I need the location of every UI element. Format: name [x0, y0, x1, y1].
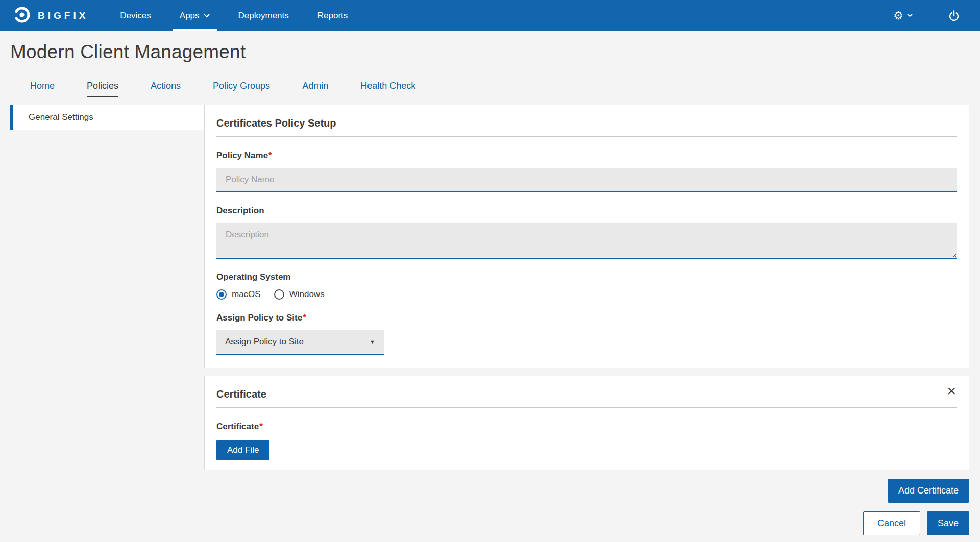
tab-home[interactable]: Home	[30, 81, 55, 97]
policy-name-label: Policy Name*	[216, 151, 957, 161]
certificate-field-label: Certificate*	[216, 422, 957, 432]
certificate-card: Certificate × Certificate* Add File	[204, 376, 969, 470]
description-textarea[interactable]	[216, 223, 957, 259]
policy-setup-card: Certificates Policy Setup Policy Name* D…	[204, 105, 969, 368]
nav-item-label: Apps	[180, 11, 200, 21]
assign-site-selected-value: Assign Policy to Site	[225, 337, 304, 347]
assign-site-select[interactable]: Assign Policy to Site ▼	[216, 330, 384, 355]
main-panel: Certificates Policy Setup Policy Name* D…	[204, 105, 969, 535]
power-icon	[948, 10, 960, 21]
description-label: Description	[216, 206, 957, 216]
policy-name-input[interactable]	[216, 168, 957, 192]
nav-item-apps[interactable]: Apps	[165, 0, 224, 31]
nav-item-devices[interactable]: Devices	[106, 0, 165, 31]
radio-macos[interactable]: macOS	[216, 289, 261, 300]
section-tabs: Home Policies Actions Policy Groups Admi…	[30, 81, 980, 97]
navbar-right: ⚙	[893, 10, 966, 21]
bigfix-logo[interactable]: BIGFIX	[13, 6, 88, 26]
radio-label: macOS	[232, 289, 261, 300]
nav-item-label: Deployments	[238, 11, 289, 21]
save-button[interactable]: Save	[927, 511, 969, 535]
close-icon[interactable]: ×	[946, 385, 957, 397]
bigfix-logo-icon	[13, 6, 31, 26]
operating-system-label: Operating System	[216, 272, 957, 282]
main-nav: Devices Apps Deployments Reports	[106, 0, 362, 31]
brand-name: BIGFIX	[38, 10, 88, 21]
settings-menu-button[interactable]: ⚙	[893, 10, 913, 21]
divider	[216, 407, 957, 408]
required-asterisk: *	[268, 151, 272, 160]
divider	[216, 136, 957, 137]
chevron-down-icon	[204, 14, 210, 18]
chevron-down-icon	[907, 14, 913, 17]
add-certificate-button[interactable]: Add Certificate	[888, 479, 969, 503]
radio-circle-icon	[274, 289, 284, 300]
caret-down-icon: ▼	[370, 339, 375, 345]
radio-circle-icon	[216, 289, 227, 300]
top-navbar: BIGFIX Devices Apps Deployments Reports …	[0, 0, 980, 31]
tab-actions[interactable]: Actions	[151, 81, 181, 97]
page-title: Modern Client Management	[10, 41, 980, 63]
policy-setup-heading: Certificates Policy Setup	[216, 114, 957, 136]
logout-button[interactable]	[948, 10, 960, 21]
nav-item-reports[interactable]: Reports	[303, 0, 362, 31]
tab-health-check[interactable]: Health Check	[360, 81, 415, 97]
radio-windows[interactable]: Windows	[274, 289, 325, 300]
required-asterisk: *	[303, 313, 306, 323]
certificate-heading: Certificate	[216, 385, 266, 407]
tab-admin[interactable]: Admin	[302, 81, 328, 97]
radio-label: Windows	[289, 289, 325, 300]
add-file-button[interactable]: Add File	[216, 440, 270, 460]
nav-item-label: Reports	[317, 11, 348, 21]
nav-item-deployments[interactable]: Deployments	[224, 0, 303, 31]
content-area: General Settings Certificates Policy Set…	[0, 105, 980, 535]
settings-sidebar: General Settings	[0, 105, 204, 130]
tab-policy-groups[interactable]: Policy Groups	[213, 81, 270, 97]
cancel-button[interactable]: Cancel	[863, 511, 920, 535]
sidebar-item-general-settings[interactable]: General Settings	[10, 105, 204, 130]
tab-policies[interactable]: Policies	[87, 81, 118, 97]
operating-system-radio-group: macOS Windows	[216, 289, 957, 300]
nav-item-label: Devices	[120, 11, 151, 21]
gear-icon: ⚙	[893, 10, 903, 21]
assign-site-label: Assign Policy to Site*	[216, 313, 957, 323]
required-asterisk: *	[259, 422, 263, 431]
